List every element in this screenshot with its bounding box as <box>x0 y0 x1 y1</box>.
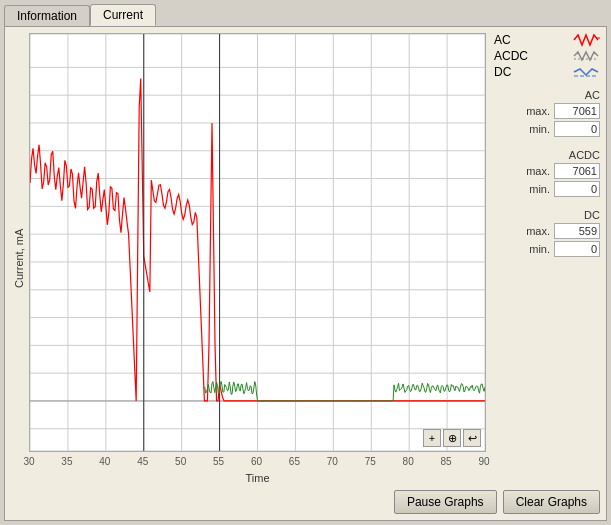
dc-icon <box>572 65 600 79</box>
legend-acdc-label: ACDC <box>494 49 528 63</box>
dc-min-row: min. <box>494 241 600 257</box>
chart-area: Current, mA + ⊕ ↩ -900-50005001000150020… <box>11 33 486 484</box>
zoom-tools: + ⊕ ↩ <box>423 429 481 447</box>
ac-stats-title: AC <box>494 89 600 101</box>
ac-max-row: max. <box>494 103 600 119</box>
zoom-reset-button[interactable]: ↩ <box>463 429 481 447</box>
tab-information[interactable]: Information <box>4 5 90 26</box>
chart-and-legend: Current, mA + ⊕ ↩ -900-50005001000150020… <box>11 33 600 484</box>
content-area: Current, mA + ⊕ ↩ -900-50005001000150020… <box>4 26 607 521</box>
acdc-max-label: max. <box>526 165 550 177</box>
acdc-stats-title: ACDC <box>494 149 600 161</box>
clear-graphs-button[interactable]: Clear Graphs <box>503 490 600 514</box>
legend-ac-row: AC <box>494 33 600 47</box>
dc-max-input[interactable] <box>554 223 600 239</box>
acdc-min-label: min. <box>529 183 550 195</box>
zoom-fit-button[interactable]: ⊕ <box>443 429 461 447</box>
legend-section: AC ACDC DC <box>494 33 600 79</box>
x-axis-label: Time <box>29 472 486 484</box>
acdc-min-input[interactable] <box>554 181 600 197</box>
legend-acdc-row: ACDC <box>494 49 600 63</box>
legend-panel: AC ACDC DC <box>490 33 600 484</box>
ac-min-row: min. <box>494 121 600 137</box>
acdc-max-input[interactable] <box>554 163 600 179</box>
dc-max-row: max. <box>494 223 600 239</box>
acdc-icon <box>572 49 600 63</box>
chart-svg <box>30 34 485 451</box>
tab-current[interactable]: Current <box>90 4 156 26</box>
dc-max-label: max. <box>526 225 550 237</box>
legend-ac-label: AC <box>494 33 511 47</box>
ac-icon <box>572 33 600 47</box>
ac-max-label: max. <box>526 105 550 117</box>
tabs-bar: Information Current <box>4 4 607 26</box>
dc-stats: DC max. min. <box>494 209 600 259</box>
ac-stats: AC max. min. <box>494 89 600 139</box>
pause-graphs-button[interactable]: Pause Graphs <box>394 490 497 514</box>
main-container: Information Current Current, mA + ⊕ ↩ -9… <box>0 0 611 525</box>
dc-min-label: min. <box>529 243 550 255</box>
x-ticks-container: 30354045505560657075808590 <box>29 454 486 470</box>
ac-min-input[interactable] <box>554 121 600 137</box>
chart-plot: + ⊕ ↩ -900-50005001000150020002500300035… <box>29 33 486 452</box>
acdc-stats: ACDC max. min. <box>494 149 600 199</box>
acdc-min-row: min. <box>494 181 600 197</box>
dc-stats-title: DC <box>494 209 600 221</box>
ac-max-input[interactable] <box>554 103 600 119</box>
acdc-max-row: max. <box>494 163 600 179</box>
zoom-in-button[interactable]: + <box>423 429 441 447</box>
legend-dc-row: DC <box>494 65 600 79</box>
ac-min-label: min. <box>529 123 550 135</box>
y-axis-label: Current, mA <box>11 33 27 484</box>
dc-min-input[interactable] <box>554 241 600 257</box>
legend-dc-label: DC <box>494 65 511 79</box>
chart-inner: + ⊕ ↩ -900-50005001000150020002500300035… <box>29 33 486 484</box>
footer-buttons: Pause Graphs Clear Graphs <box>11 490 600 514</box>
